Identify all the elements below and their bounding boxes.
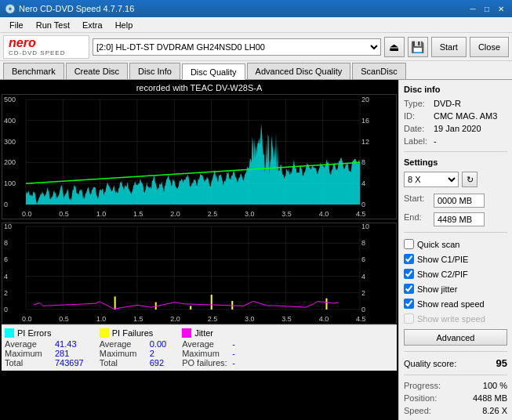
legend-pi-failures-max-row: Maximum 2	[100, 349, 166, 358]
legend-jitter-icon	[182, 328, 191, 338]
speed-row: Speed: 8.26 X	[404, 406, 507, 415]
tab-benchmark[interactable]: Benchmark	[3, 63, 64, 79]
legend-jitter-label: Jitter	[194, 328, 213, 338]
nero-logo-text: nero	[9, 37, 84, 49]
legend-pi-failures-title: PI Failures	[100, 328, 166, 338]
save-button[interactable]: 💾	[408, 37, 428, 57]
menu-runtest[interactable]: Run Test	[30, 19, 76, 31]
toolbar: nero CD-DVD SPEED [2:0] HL-DT-ST DVDRAM …	[0, 33, 512, 61]
pi-errors-max-value: 281	[55, 349, 69, 358]
end-mb-row: End:	[404, 212, 507, 226]
legend-pi-failures-average-row: Average 0.00	[100, 339, 166, 349]
divider-1	[404, 151, 507, 152]
speed-setting-row: 1 X2 X4 X8 XMaximum ↻	[404, 172, 507, 187]
progress-label: Progress:	[404, 381, 441, 390]
settings-title: Settings	[404, 158, 507, 167]
show-c1pie-row: Show C1/PIE	[404, 254, 507, 264]
show-write-speed-checkbox[interactable]	[404, 313, 414, 324]
start-mb-row: Start:	[404, 194, 507, 208]
maximize-button[interactable]: □	[481, 2, 493, 15]
speed-label: Speed:	[404, 406, 431, 415]
tab-discquality[interactable]: Disc Quality	[182, 63, 245, 80]
position-row: Position: 4488 MB	[404, 393, 507, 403]
quality-score-value: 95	[496, 357, 507, 369]
close-window-button[interactable]: ✕	[495, 2, 507, 15]
disc-label-label: Label:	[404, 136, 432, 146]
legend-pi-failures-total-row: Total 692	[100, 358, 166, 368]
minimize-button[interactable]: ─	[467, 2, 479, 15]
disc-label-value: -	[434, 136, 437, 146]
top-chart	[2, 94, 397, 219]
disc-label-row: Label: -	[404, 136, 507, 146]
progress-row: Progress: 100 %	[404, 381, 507, 390]
advanced-button[interactable]: Advanced	[404, 329, 507, 346]
tab-createdisc[interactable]: Create Disc	[66, 63, 128, 79]
jitter-max-value: -	[232, 349, 235, 358]
po-failures-value: -	[232, 358, 235, 368]
chart-title: recorded with TEAC DV-W28S-A	[2, 81, 397, 94]
menu-help[interactable]: Help	[109, 19, 140, 31]
pi-errors-avg-value: 41.43	[55, 339, 77, 349]
legend-pi-failures: PI Failures Average 0.00 Maximum 2 Total…	[100, 328, 166, 368]
disc-date-value: 19 Jan 2020	[434, 124, 481, 133]
legend-pi-errors-title: PI Errors	[5, 328, 84, 338]
pi-failures-total-value: 692	[150, 358, 164, 368]
tab-advanceddiscquality[interactable]: Advanced Disc Quality	[247, 63, 351, 79]
close-button[interactable]: Close	[470, 37, 509, 57]
legend-jitter-average-row: Average -	[182, 339, 235, 349]
speed-value: 8.26 X	[482, 406, 507, 415]
disc-date-label: Date:	[404, 124, 432, 133]
refresh-button[interactable]: ↻	[462, 172, 478, 187]
legend-pi-errors-max-row: Maximum 281	[5, 349, 84, 358]
bottom-chart	[2, 223, 397, 324]
end-input[interactable]	[434, 212, 485, 226]
show-write-speed-label: Show write speed	[417, 314, 485, 324]
disc-id-value: CMC MAG. AM3	[434, 111, 497, 121]
app-icon: 💿	[5, 4, 16, 14]
legend-pi-failures-icon	[100, 328, 109, 338]
show-c1pie-label: Show C1/PIE	[417, 255, 468, 264]
disc-date-row: Date: 19 Jan 2020	[404, 124, 507, 133]
jitter-max-label: Maximum	[182, 349, 229, 358]
nero-logo-sub: CD-DVD SPEED	[9, 49, 84, 56]
jitter-avg-value: -	[232, 339, 235, 349]
svg-rect-0	[5, 328, 14, 338]
show-jitter-checkbox[interactable]	[404, 284, 414, 294]
quick-scan-label: Quick scan	[417, 240, 459, 249]
po-failures-label: PO failures:	[182, 358, 229, 368]
bottom-chart-canvas	[2, 223, 377, 324]
start-input[interactable]	[434, 194, 485, 208]
tabs: Benchmark Create Disc Disc Info Disc Qua…	[0, 61, 512, 80]
start-button[interactable]: Start	[431, 37, 467, 57]
titlebar-left: 💿 Nero CD-DVD Speed 4.7.7.16	[5, 4, 134, 14]
position-label: Position:	[404, 393, 437, 403]
drive-select[interactable]: [2:0] HL-DT-ST DVDRAM GH24NSD0 LH00	[93, 38, 381, 56]
show-c1pie-checkbox[interactable]	[404, 254, 414, 264]
divider-4	[404, 375, 507, 375]
legend-pi-failures-label: PI Failures	[112, 328, 154, 338]
tab-discinfo[interactable]: Disc Info	[129, 63, 180, 79]
show-jitter-row: Show jitter	[404, 284, 507, 294]
eject-button[interactable]: ⏏	[384, 37, 405, 57]
quality-score-row: Quality score: 95	[404, 357, 507, 369]
pi-failures-max-label: Maximum	[100, 349, 147, 358]
jitter-avg-label: Average	[182, 339, 229, 349]
menu-extra[interactable]: Extra	[76, 19, 109, 31]
menubar: File Run Test Extra Help	[0, 17, 512, 33]
quick-scan-checkbox[interactable]	[404, 239, 414, 249]
divider-3	[404, 351, 507, 352]
pi-failures-avg-value: 0.00	[150, 339, 166, 349]
menu-file[interactable]: File	[3, 19, 30, 31]
speed-select[interactable]: 1 X2 X4 X8 XMaximum	[404, 172, 459, 187]
legend-pi-errors-total-row: Total 743697	[5, 358, 84, 368]
show-read-speed-checkbox[interactable]	[404, 299, 414, 309]
show-c2pif-checkbox[interactable]	[404, 269, 414, 279]
nero-logo: nero CD-DVD SPEED	[3, 35, 89, 59]
disc-id-row: ID: CMC MAG. AM3	[404, 111, 507, 121]
legend-pi-errors-label: PI Errors	[17, 328, 51, 338]
progress-value: 100 %	[483, 381, 507, 390]
disc-type-value: DVD-R	[434, 99, 461, 108]
main-content: recorded with TEAC DV-W28S-A PI Errors A…	[0, 80, 512, 420]
tab-scandisc[interactable]: ScanDisc	[352, 63, 405, 79]
pi-failures-total-label: Total	[100, 358, 147, 368]
